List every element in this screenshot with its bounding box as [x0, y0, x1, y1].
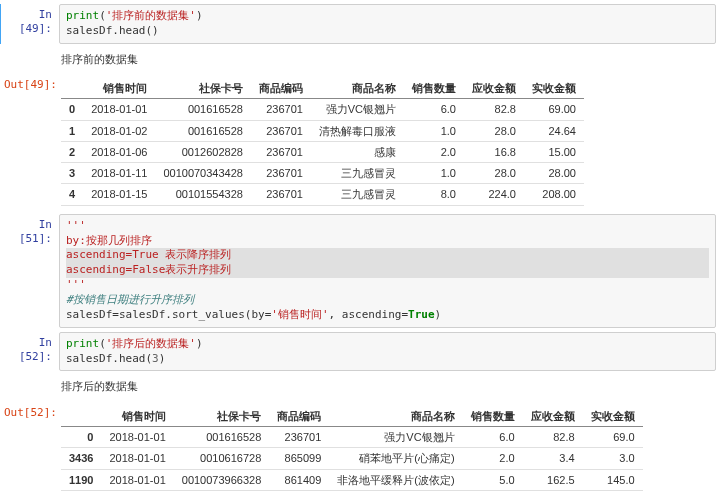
- table-row: 32018-01-110010070343428236701三九感冒灵1.028…: [61, 163, 584, 184]
- stdout-text: 排序前的数据集: [59, 48, 716, 70]
- column-header: 商品名称: [311, 78, 404, 99]
- column-header: 实收金额: [583, 406, 643, 427]
- output-prompt: Out[52]:: [4, 402, 59, 420]
- column-header: 销售时间: [101, 406, 173, 427]
- column-header: 销售数量: [404, 78, 464, 99]
- table-row: 12018-01-02001616528236701清热解毒口服液1.028.0…: [61, 120, 584, 141]
- code-cell[interactable]: print('排序前的数据集') salesDf.head(): [59, 4, 716, 44]
- table-row: 42018-01-1500101554328236701三九感冒灵8.0224.…: [61, 184, 584, 205]
- column-header: 社保卡号: [155, 78, 251, 99]
- dataframe-table: 销售时间社保卡号商品编码商品名称销售数量应收金额实收金额02018-01-010…: [61, 78, 584, 206]
- table-row: 02018-01-01001616528236701强力VC银翘片6.082.8…: [61, 426, 643, 447]
- table-row: 02018-01-01001616528236701强力VC银翘片6.082.8…: [61, 99, 584, 120]
- column-header: 商品名称: [329, 406, 462, 427]
- column-header: 应收金额: [464, 78, 524, 99]
- column-header: 社保卡号: [174, 406, 270, 427]
- table-row: 34362018-01-010010616728865099硝苯地平片(心痛定)…: [61, 448, 643, 469]
- table-row: 11902018-01-010010073966328861409非洛地平缓释片…: [61, 469, 643, 490]
- dataframe-table: 销售时间社保卡号商品编码商品名称销售数量应收金额实收金额02018-01-010…: [61, 406, 643, 491]
- column-header: 销售数量: [463, 406, 523, 427]
- column-header: 实收金额: [524, 78, 584, 99]
- stdout-text: 排序后的数据集: [59, 375, 716, 397]
- column-header: 销售时间: [83, 78, 155, 99]
- code-cell[interactable]: print('排序后的数据集') salesDf.head(3): [59, 332, 716, 372]
- column-header: 商品编码: [251, 78, 311, 99]
- output-prompt: Out[49]:: [4, 74, 59, 92]
- input-prompt: In [49]:: [4, 4, 59, 37]
- input-prompt: In [52]:: [4, 332, 59, 365]
- column-header: 应收金额: [523, 406, 583, 427]
- input-prompt: In [51]:: [4, 214, 59, 247]
- table-row: 22018-01-060012602828236701感康2.016.815.0…: [61, 141, 584, 162]
- code-cell[interactable]: ''' by:按那几列排序 ascending=True 表示降序排列 asce…: [59, 214, 716, 328]
- column-header: 商品编码: [269, 406, 329, 427]
